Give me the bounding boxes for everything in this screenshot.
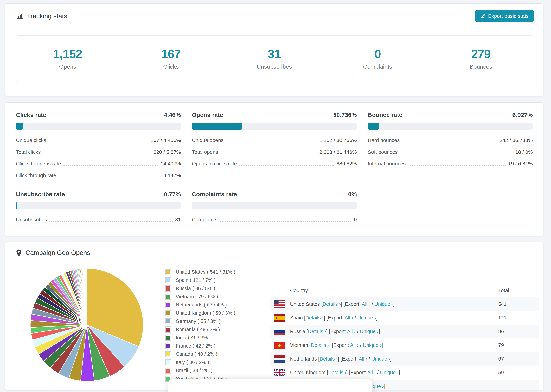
country-name: Spain [290, 315, 304, 321]
bracket: ] [393, 301, 395, 307]
export-unique-link[interactable]: Unique › [357, 315, 376, 321]
stat-label: Bounces [429, 63, 532, 70]
bracket: / [376, 370, 380, 375]
geo-table-row-us: United States [Details ›] [Export: All ›… [270, 297, 539, 311]
rate-detail-row: Total clicks220 / 5.87% [16, 149, 181, 156]
stat-cell-clicks: 167Clicks [119, 35, 223, 82]
dotted-leader [220, 221, 352, 222]
legend-swatch [165, 277, 171, 283]
progress-bar-fill [368, 123, 379, 130]
rate-head: Opens rate30.736% [192, 112, 357, 118]
legend-label: United Kingdom ( 59 / 3% ) [176, 310, 235, 316]
legend-item-france[interactable]: France ( 42 / 2% ) [165, 343, 270, 349]
rate-section-clicks-rate: Clicks rate4.46%Unique clicks167 / 4.456… [16, 112, 181, 179]
total-cell: 59 [498, 370, 535, 375]
rate-head: Bounce rate6.927% [368, 112, 533, 118]
legend-item-germany[interactable]: Germany ( 55 / 3% ) [165, 318, 270, 324]
rate-section-bounce-rate: Bounce rate6.927%Hard bounces242 / 86.73… [368, 112, 533, 179]
export-all-link[interactable]: All › [350, 343, 359, 348]
legend-item-united-kingdom[interactable]: United Kingdom ( 59 / 3% ) [165, 310, 270, 316]
country-cell: United Kingdom [Details ›] [Export: All … [290, 370, 498, 375]
rate-detail-value: 220 / 5.87% [154, 149, 181, 156]
rate-detail-value: 242 / 86.738% [500, 137, 533, 144]
details-link[interactable]: Details › [320, 356, 338, 362]
details-link[interactable]: Details › [308, 329, 326, 334]
dotted-leader [408, 165, 506, 166]
rate-title: Opens rate [192, 112, 223, 118]
geo-table-row-gb: United Kingdom [Details ›] [Export: All … [270, 366, 539, 379]
rate-rows: Unique opens1,152 / 30.736%Total opens2,… [192, 137, 357, 167]
rate-detail-label: Unique clicks [16, 137, 46, 144]
export-unique-link[interactable]: Unique › [363, 343, 381, 348]
legend-item-india[interactable]: India ( 46 / 3% ) [165, 335, 270, 341]
export-all-link[interactable]: All › [367, 370, 376, 375]
country-cell: Russia [Details ›] [Export: All › / Uniq… [290, 329, 498, 334]
bracket: [ [321, 301, 323, 307]
details-link[interactable]: Details › [305, 315, 324, 321]
rates-grid: Clicks rate4.46%Unique clicks167 / 4.456… [16, 112, 533, 223]
rate-detail-value: 0 [354, 216, 357, 223]
details-link[interactable]: Details › [323, 301, 341, 307]
export-all-link[interactable]: All › [362, 301, 370, 307]
geo-opens-title: Campaign Geo Opens [16, 249, 90, 257]
total-cell: 86 [498, 329, 535, 334]
legend-item-vietnam[interactable]: Vietnam ( 79 / 5% ) [165, 294, 270, 300]
rate-detail-value: 4.147% [163, 172, 181, 179]
details-link[interactable]: Details › [311, 343, 329, 348]
legend-label: Romania ( 49 / 3% ) [176, 327, 220, 332]
total-cell: 79 [498, 343, 535, 348]
rate-detail-row: Total opens2,303 / 61.446% [192, 149, 357, 156]
legend-item-russia[interactable]: Russia ( 86 / 5% ) [165, 286, 270, 292]
bracket: ] [Export: [326, 329, 347, 334]
export-unique-link[interactable]: Unique › [380, 370, 399, 375]
bracket: [ [318, 356, 319, 362]
export-all-link[interactable]: All › [359, 356, 367, 362]
progress-bar-fill [16, 202, 17, 209]
dotted-leader [226, 142, 317, 142]
legend-item-canada[interactable]: Canada ( 40 / 2% ) [165, 351, 270, 357]
legend-item-brazil[interactable]: Brazil ( 33 / 2% ) [165, 368, 270, 374]
export-all-link[interactable]: All › [345, 315, 353, 321]
legend-label: Italy ( 36 / 2% ) [176, 359, 209, 365]
dotted-leader [220, 154, 317, 154]
export-button-label: Export basic stats [488, 13, 529, 19]
bracket: [ [307, 329, 308, 334]
legend-swatch [165, 335, 171, 341]
rate-detail-row: Soft bounces18 / 0% [368, 149, 533, 156]
country-cell: Netherlands [Details ›] [Export: All › /… [290, 356, 498, 362]
rate-detail-label: Complaints [192, 216, 218, 223]
legend-label: Netherlands ( 67 / 4% ) [176, 302, 227, 308]
rates-card: Clicks rate4.46%Unique clicks167 / 4.456… [5, 102, 544, 236]
legend-swatch [165, 269, 171, 275]
legend-label: Russia ( 86 / 5% ) [176, 286, 215, 291]
legend-item-spain[interactable]: Spain ( 121 / 7% ) [165, 277, 270, 283]
flag-es-icon [274, 314, 285, 322]
country-name: United States [290, 301, 321, 307]
export-basic-stats-button[interactable]: Export basic stats [475, 10, 534, 22]
bracket: ] [384, 384, 385, 389]
bar-chart-icon [16, 13, 23, 20]
stat-label: Clicks [120, 63, 223, 70]
legend-item-united-states[interactable]: United States ( 541 / 31% ) [165, 269, 270, 275]
rate-rows: Unique clicks167 / 4.456%Total clicks220… [16, 137, 181, 179]
rate-rows: Complaints0 [192, 216, 357, 223]
rate-rows: Hard bounces242 / 86.738%Soft bounces18 … [368, 137, 533, 167]
details-link[interactable]: Details › [328, 370, 346, 375]
rate-detail-label: Opens to clicks rate [192, 160, 237, 167]
export-unique-link[interactable]: Unique › [360, 329, 379, 334]
rate-detail-row: Internal bounces19 / 6.81% [368, 160, 533, 167]
legend-item-romania[interactable]: Romania ( 49 / 3% ) [165, 327, 270, 333]
legend-label: India ( 46 / 3% ) [176, 335, 211, 341]
rate-head: Clicks rate4.46% [16, 112, 181, 118]
country-name: United Kingdom [290, 370, 327, 375]
export-unique-link[interactable]: Unique › [374, 301, 393, 307]
stat-value: 1,152 [16, 47, 119, 61]
export-unique-link[interactable]: Unique › [371, 356, 390, 362]
bracket: ] [376, 315, 377, 321]
legend-item-netherlands[interactable]: Netherlands ( 67 / 4% ) [165, 302, 270, 308]
legend-label: Canada ( 40 / 2% ) [176, 351, 217, 357]
country-cell: Spain [Details ›] [Export: All › / Uniqu… [290, 315, 498, 321]
legend-item-italy[interactable]: Italy ( 36 / 2% ) [165, 359, 270, 365]
export-all-link[interactable]: All › [347, 329, 356, 334]
rate-section-unsubscribe-rate: Unsubscribe rate0.77%Unsubscribes31 [16, 191, 181, 223]
